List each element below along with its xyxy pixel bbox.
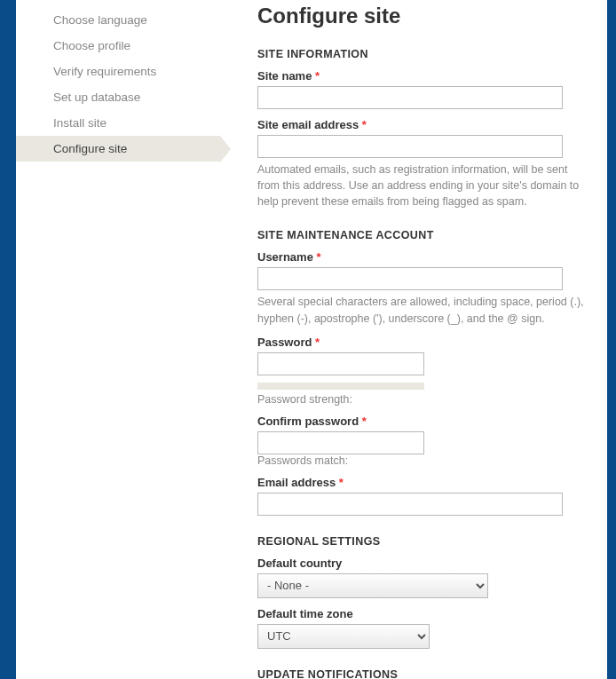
confirm-password-label: Confirm password * xyxy=(257,415,586,428)
required-marker: * xyxy=(315,336,320,349)
site-email-label: Site email address * xyxy=(257,118,586,131)
site-information-heading: SITE INFORMATION xyxy=(257,48,586,60)
required-marker: * xyxy=(362,415,367,428)
required-marker: * xyxy=(315,69,320,83)
default-timezone-select[interactable]: UTC xyxy=(257,624,430,649)
default-timezone-label: Default time zone xyxy=(257,607,586,620)
required-marker: * xyxy=(317,250,321,264)
page-title: Configure site xyxy=(257,4,586,28)
default-country-label: Default country xyxy=(257,557,586,570)
step-set-up-database: Set up database xyxy=(16,84,220,110)
username-input[interactable] xyxy=(257,267,563,290)
password-strength-label: Password strength: xyxy=(257,393,586,406)
site-maintenance-heading: SITE MAINTENANCE ACCOUNT xyxy=(257,229,586,241)
main-form-area: Configure site SITE INFORMATION Site nam… xyxy=(220,0,607,679)
passwords-match-label: Passwords match: xyxy=(257,454,586,467)
step-choose-profile: Choose profile xyxy=(16,33,220,59)
step-verify-requirements: Verify requirements xyxy=(16,59,220,84)
required-marker: * xyxy=(339,476,344,489)
site-name-input[interactable] xyxy=(257,86,563,109)
site-name-label: Site name * xyxy=(257,69,586,83)
site-email-description: Automated emails, such as registration i… xyxy=(257,162,586,209)
right-accent-band xyxy=(607,0,616,679)
password-strength-bar xyxy=(257,383,424,390)
password-input[interactable] xyxy=(257,352,424,375)
username-label: Username * xyxy=(257,250,586,264)
step-configure-site: Configure site xyxy=(16,136,220,162)
step-install-site: Install site xyxy=(16,110,220,136)
password-label: Password * xyxy=(257,336,586,349)
admin-email-input[interactable] xyxy=(257,493,563,516)
left-accent-band xyxy=(0,0,16,679)
default-country-select[interactable]: - None - xyxy=(257,573,488,598)
username-description: Several special characters are allowed, … xyxy=(257,294,586,326)
install-steps-sidebar: Choose language Choose profile Verify re… xyxy=(16,0,220,679)
step-choose-language: Choose language xyxy=(16,7,220,33)
site-email-input[interactable] xyxy=(257,135,563,158)
required-marker: * xyxy=(362,118,367,131)
admin-email-label: Email address * xyxy=(257,476,586,489)
update-notifications-heading: UPDATE NOTIFICATIONS xyxy=(257,668,586,679)
confirm-password-input[interactable] xyxy=(257,431,424,454)
regional-settings-heading: REGIONAL SETTINGS xyxy=(257,535,586,548)
